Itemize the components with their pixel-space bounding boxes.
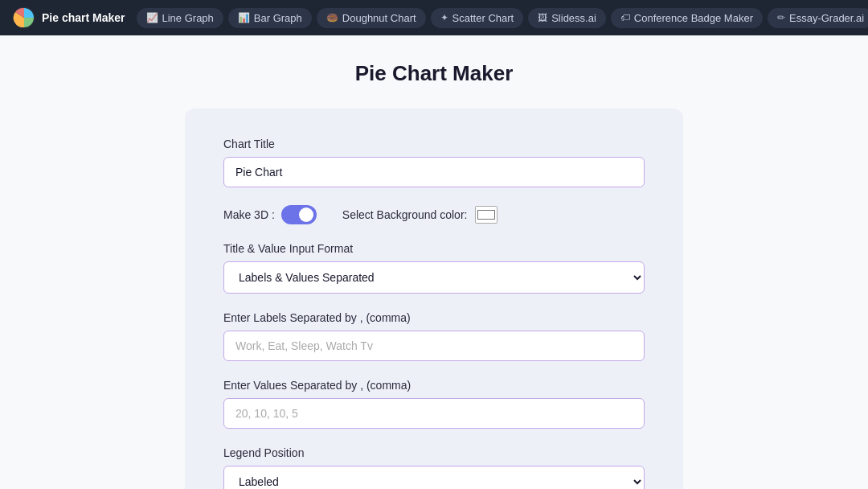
logo-icon xyxy=(13,6,35,29)
options-row: Make 3D : Select Background color: xyxy=(223,205,645,224)
nav-essay-grader[interactable]: ✏ Essay-Grader.ai xyxy=(768,8,868,28)
nav-doughnut-chart[interactable]: 🍩 Doughnut Chart xyxy=(317,8,426,28)
nav-bar-graph-label: Bar Graph xyxy=(254,12,302,24)
nav-doughnut-chart-label: Doughnut Chart xyxy=(342,12,416,24)
make-3d-label: Make 3D : xyxy=(223,208,275,221)
input-format-label: Title & Value Input Format xyxy=(223,242,645,255)
bg-color-group: Select Background color: xyxy=(342,206,498,224)
nav-conference-badge-label: Conference Badge Maker xyxy=(634,12,753,24)
values-input[interactable] xyxy=(223,398,645,429)
bar-graph-icon: 📊 xyxy=(238,12,250,23)
nav-scatter-chart[interactable]: ✦ Scatter Chart xyxy=(431,8,524,28)
essay-grader-icon: ✏ xyxy=(777,12,785,23)
logo-text: Pie chart Maker xyxy=(42,11,125,24)
scatter-chart-icon: ✦ xyxy=(440,12,448,23)
values-group: Enter Values Separated by , (comma) xyxy=(223,379,645,429)
chart-title-label: Chart Title xyxy=(223,138,645,150)
labels-group: Enter Labels Separated by , (comma) xyxy=(223,311,645,361)
nav-line-graph[interactable]: 📈 Line Graph xyxy=(137,8,223,28)
legend-position-group: Legend Position Labeled Top Bottom Left … xyxy=(223,446,645,489)
nav-scatter-chart-label: Scatter Chart xyxy=(452,12,514,24)
legend-position-select[interactable]: Labeled Top Bottom Left Right None xyxy=(223,466,645,489)
input-format-select[interactable]: Labels & Values Separated Combined Label… xyxy=(223,261,645,294)
nav-bar-graph[interactable]: 📊 Bar Graph xyxy=(228,8,312,28)
doughnut-chart-icon: 🍩 xyxy=(326,12,338,23)
make-3d-group: Make 3D : xyxy=(223,205,317,224)
toggle-slider xyxy=(281,205,317,224)
legend-position-label: Legend Position xyxy=(223,446,645,459)
labels-input[interactable] xyxy=(223,331,645,361)
conference-badge-icon: 🏷 xyxy=(620,12,630,23)
bg-color-picker[interactable] xyxy=(475,206,497,224)
nav-slidess-label: Slidess.ai xyxy=(551,12,596,24)
nav-conference-badge[interactable]: 🏷 Conference Badge Maker xyxy=(611,8,763,28)
labels-label: Enter Labels Separated by , (comma) xyxy=(223,311,645,324)
main-content: Pie Chart Maker Chart Title Make 3D : Se… xyxy=(0,35,868,489)
form-card: Chart Title Make 3D : Select Background … xyxy=(185,109,683,489)
input-format-group: Title & Value Input Format Labels & Valu… xyxy=(223,242,645,294)
logo[interactable]: Pie chart Maker xyxy=(13,6,125,29)
nav-essay-grader-label: Essay-Grader.ai xyxy=(789,12,864,24)
navbar: Pie chart Maker 📈 Line Graph 📊 Bar Graph… xyxy=(0,0,868,35)
make-3d-toggle[interactable] xyxy=(281,205,317,224)
chart-title-group: Chart Title xyxy=(223,138,645,187)
line-graph-icon: 📈 xyxy=(146,12,158,23)
values-label: Enter Values Separated by , (comma) xyxy=(223,379,645,392)
chart-title-input[interactable] xyxy=(223,157,645,187)
bg-color-label: Select Background color: xyxy=(342,208,468,221)
nav-line-graph-label: Line Graph xyxy=(162,12,214,24)
slidess-icon: 🖼 xyxy=(538,12,547,23)
page-title: Pie Chart Maker xyxy=(355,61,514,86)
nav-slidess[interactable]: 🖼 Slidess.ai xyxy=(528,8,606,28)
